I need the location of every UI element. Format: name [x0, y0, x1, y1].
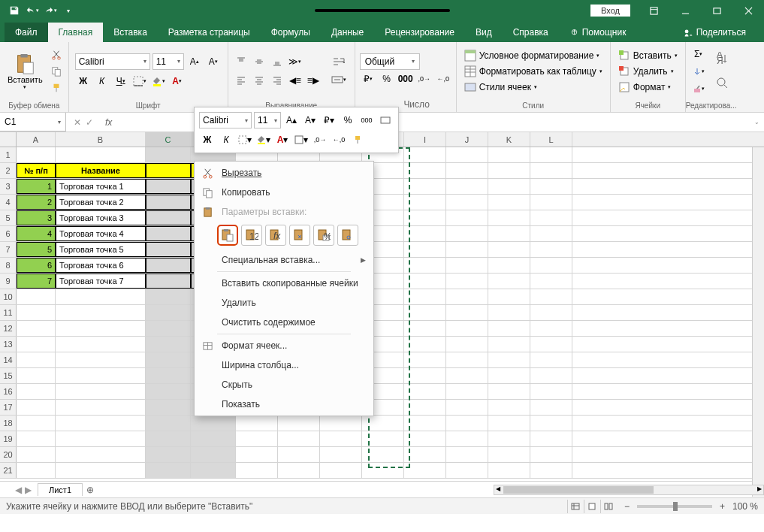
- align-left-button[interactable]: [233, 72, 249, 89]
- paste-option-transpose[interactable]: [289, 225, 310, 246]
- mini-size-combo[interactable]: 11▾: [254, 112, 281, 128]
- cm-cut[interactable]: Вырезать: [195, 163, 373, 183]
- cell[interactable]: Торговая точка 4: [56, 226, 146, 241]
- tab-insert[interactable]: Вставка: [103, 23, 158, 42]
- align-middle-button[interactable]: [251, 53, 267, 70]
- cell[interactable]: [530, 242, 572, 257]
- cell[interactable]: [236, 431, 278, 446]
- tab-view[interactable]: Вид: [465, 23, 503, 42]
- sheet-nav-next[interactable]: ▶: [25, 485, 32, 495]
- cell[interactable]: [488, 179, 530, 194]
- cell[interactable]: [191, 463, 236, 478]
- number-format-combo[interactable]: Общий▾: [360, 53, 420, 70]
- cell[interactable]: [488, 289, 530, 304]
- cell[interactable]: [530, 163, 572, 178]
- cell[interactable]: [530, 337, 572, 352]
- save-button[interactable]: [6, 2, 23, 19]
- decrease-indent-button[interactable]: ◀≡: [287, 72, 303, 89]
- row-header[interactable]: 15: [0, 368, 17, 383]
- sort-filter-button[interactable]: AЯ: [713, 47, 732, 71]
- comma-style-button[interactable]: 000: [397, 71, 414, 87]
- row-header[interactable]: 8: [0, 258, 17, 273]
- decrease-decimal-button[interactable]: ←,0: [435, 71, 451, 87]
- cell[interactable]: Торговая точка 7: [56, 274, 146, 289]
- cell[interactable]: [146, 321, 191, 336]
- cell[interactable]: [146, 289, 191, 304]
- cell[interactable]: [530, 226, 572, 241]
- cell[interactable]: [446, 400, 488, 415]
- enter-formula-button[interactable]: ✓: [86, 117, 93, 128]
- cell[interactable]: [446, 431, 488, 446]
- underline-button[interactable]: Ч▾: [113, 73, 129, 89]
- align-bottom-button[interactable]: [269, 53, 285, 70]
- cell[interactable]: [446, 337, 488, 352]
- row-header[interactable]: 13: [0, 337, 17, 352]
- cell[interactable]: [488, 463, 530, 478]
- format-cells-button[interactable]: Формат▾: [615, 80, 681, 95]
- row-header[interactable]: 11: [0, 305, 17, 320]
- cell[interactable]: [488, 447, 530, 462]
- cell[interactable]: [404, 195, 446, 210]
- cell[interactable]: [404, 242, 446, 257]
- cm-clear[interactable]: Очистить содержимое: [195, 313, 373, 332]
- mini-borders[interactable]: ▾: [237, 131, 253, 148]
- cell[interactable]: [17, 447, 56, 462]
- cell[interactable]: [530, 400, 572, 415]
- row-header[interactable]: 1: [0, 147, 17, 162]
- mini-bold[interactable]: Ж: [199, 131, 216, 148]
- format-painter-button[interactable]: [49, 80, 64, 95]
- cell[interactable]: [488, 416, 530, 431]
- find-select-button[interactable]: [713, 71, 732, 95]
- paste-button[interactable]: Вставить ▾: [5, 53, 46, 90]
- fill-button[interactable]: ▾: [690, 63, 707, 80]
- cell[interactable]: [17, 416, 56, 431]
- increase-decimal-button[interactable]: ,0→: [416, 71, 433, 87]
- ribbon-display-button[interactable]: [638, 2, 669, 19]
- cell[interactable]: [446, 305, 488, 320]
- cell[interactable]: [17, 431, 56, 446]
- cell[interactable]: [530, 147, 572, 162]
- column-header[interactable]: L: [530, 132, 572, 147]
- cell[interactable]: [446, 195, 488, 210]
- undo-button[interactable]: ▾: [24, 2, 41, 19]
- cell[interactable]: [17, 463, 56, 478]
- cell[interactable]: [404, 447, 446, 462]
- merge-button[interactable]: ▾: [328, 71, 350, 88]
- font-color-button[interactable]: A▾: [169, 73, 186, 89]
- fill-color-button[interactable]: ▾: [150, 73, 167, 89]
- cell[interactable]: [146, 337, 191, 352]
- cell[interactable]: [488, 163, 530, 178]
- cell[interactable]: Торговая точка 6: [56, 258, 146, 273]
- cell[interactable]: [446, 447, 488, 462]
- cell[interactable]: [146, 226, 191, 241]
- row-header[interactable]: 19: [0, 431, 17, 446]
- row-header[interactable]: 3: [0, 179, 17, 194]
- cell[interactable]: [320, 447, 362, 462]
- cell[interactable]: [17, 337, 56, 352]
- mini-decrease-font[interactable]: A▾: [302, 112, 319, 128]
- share-button[interactable]: Поделиться: [673, 23, 756, 42]
- cell[interactable]: [146, 163, 191, 178]
- cell[interactable]: Торговая точка 3: [56, 210, 146, 225]
- cell[interactable]: 5: [17, 242, 56, 257]
- row-header[interactable]: 4: [0, 195, 17, 210]
- cell[interactable]: [404, 321, 446, 336]
- signin-button[interactable]: Вход: [590, 5, 630, 17]
- cell[interactable]: [56, 368, 146, 383]
- cell[interactable]: 2: [17, 195, 56, 210]
- row-header[interactable]: 7: [0, 242, 17, 257]
- cell[interactable]: [17, 147, 56, 162]
- cell[interactable]: № п/п: [17, 163, 56, 178]
- cm-show[interactable]: Показать: [195, 394, 373, 414]
- cell[interactable]: [56, 352, 146, 367]
- mini-italic[interactable]: К: [218, 131, 234, 148]
- cell[interactable]: [278, 447, 320, 462]
- cell[interactable]: [146, 400, 191, 415]
- cell[interactable]: [404, 258, 446, 273]
- cell[interactable]: [404, 416, 446, 431]
- cell[interactable]: [17, 305, 56, 320]
- cell[interactable]: [17, 368, 56, 383]
- cell[interactable]: 4: [17, 226, 56, 241]
- clear-button[interactable]: ▾: [690, 80, 707, 97]
- insert-cells-button[interactable]: Вставить▾: [615, 48, 681, 63]
